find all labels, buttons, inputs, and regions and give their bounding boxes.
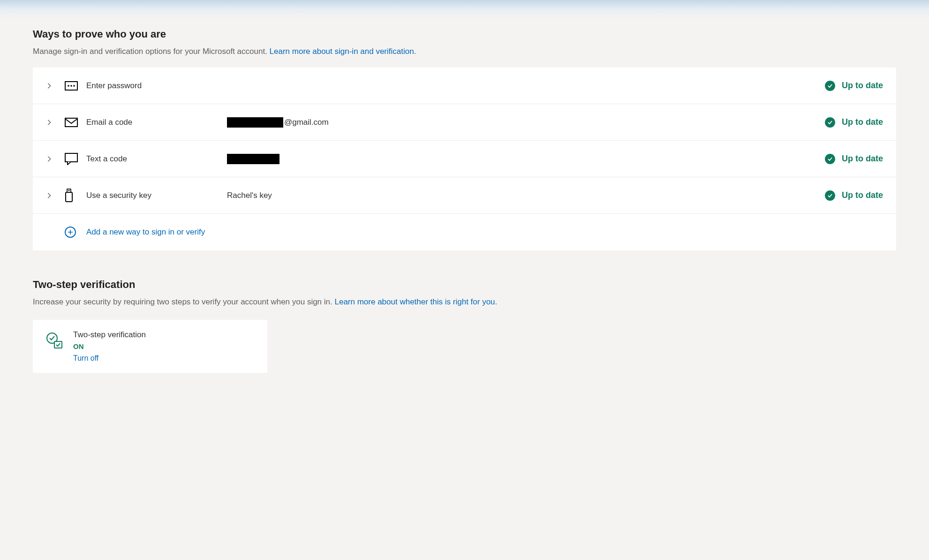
turn-off-link[interactable]: Turn off (73, 354, 146, 363)
chevron-right-icon (46, 83, 65, 89)
chevron-right-icon (46, 192, 65, 199)
status-text: Up to date (842, 190, 883, 200)
redacted-block (227, 117, 283, 128)
svg-point-2 (70, 85, 72, 87)
add-signin-label: Add a new way to sign in or verify (86, 227, 205, 237)
svg-rect-7 (68, 190, 69, 191)
two-step-description-text: Increase your security by requiring two … (33, 297, 334, 306)
usb-key-icon (65, 189, 86, 203)
password-icon (65, 81, 86, 91)
row-label: Use a security key (86, 191, 227, 200)
two-step-description: Increase your security by requiring two … (33, 297, 896, 307)
plus-circle-icon (65, 227, 83, 238)
svg-point-1 (68, 85, 69, 87)
checkmark-icon (825, 117, 835, 128)
sign-in-methods-list: Enter password Up to date Email a code @… (33, 68, 896, 250)
row-value (227, 154, 825, 164)
row-value: Rachel's key (227, 191, 825, 200)
two-step-shield-icon (46, 332, 64, 350)
svg-point-3 (73, 85, 75, 87)
row-label: Email a code (86, 118, 227, 127)
status-wrap: Up to date (825, 81, 883, 91)
add-signin-method-button[interactable]: Add a new way to sign in or verify (33, 214, 896, 250)
svg-rect-8 (69, 190, 70, 191)
row-label: Text a code (86, 154, 227, 164)
chevron-right-icon (46, 119, 65, 126)
two-step-card-title: Two-step verification (73, 330, 146, 340)
two-step-title: Two-step verification (33, 279, 896, 291)
status-wrap: Up to date (825, 154, 883, 164)
svg-rect-11 (54, 341, 62, 348)
checkmark-icon (825, 154, 835, 164)
chevron-right-icon (46, 156, 65, 162)
status-wrap: Up to date (825, 190, 883, 201)
ways-title: Ways to prove who you are (33, 28, 896, 40)
status-text: Up to date (842, 117, 883, 127)
status-text: Up to date (842, 81, 883, 91)
checkmark-icon (825, 81, 835, 91)
row-security-key[interactable]: Use a security key Rachel's key Up to da… (33, 177, 896, 214)
row-enter-password[interactable]: Enter password Up to date (33, 68, 896, 104)
ways-description: Manage sign-in and verification options … (33, 47, 896, 56)
status-wrap: Up to date (825, 117, 883, 128)
two-step-status: ON (73, 342, 146, 350)
sms-icon (65, 153, 86, 165)
row-label: Enter password (86, 81, 227, 91)
email-icon (65, 118, 86, 127)
two-step-learn-more-link[interactable]: Learn more about whether this is right f… (334, 297, 497, 306)
row-value: @gmail.com (227, 117, 825, 128)
row-text-code[interactable]: Text a code Up to date (33, 141, 896, 177)
status-text: Up to date (842, 154, 883, 164)
two-step-card: Two-step verification ON Turn off (33, 320, 267, 373)
svg-rect-4 (65, 118, 77, 127)
svg-rect-9 (66, 192, 72, 202)
svg-rect-5 (65, 153, 77, 162)
two-step-content: Two-step verification ON Turn off (73, 330, 146, 363)
page-container: Ways to prove who you are Manage sign-in… (0, 0, 929, 392)
email-suffix: @gmail.com (284, 118, 329, 127)
ways-description-text: Manage sign-in and verification options … (33, 47, 270, 56)
ways-learn-more-link[interactable]: Learn more about sign-in and verificatio… (270, 47, 416, 56)
svg-rect-6 (67, 189, 71, 192)
redacted-block (227, 154, 279, 164)
row-email-code[interactable]: Email a code @gmail.com Up to date (33, 104, 896, 141)
checkmark-icon (825, 190, 835, 201)
